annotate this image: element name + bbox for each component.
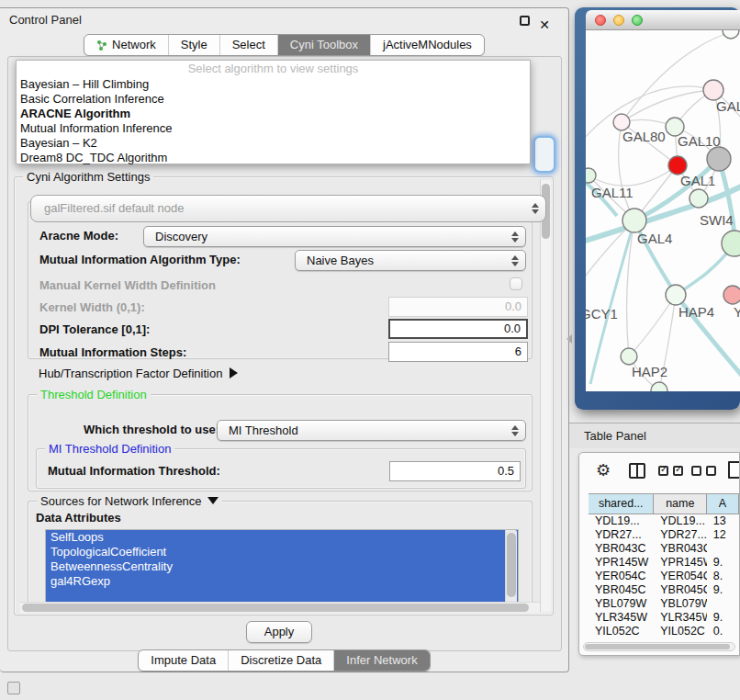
- float-panel-icon[interactable]: [520, 16, 530, 26]
- aracne-mode-value: Discovery: [155, 227, 207, 246]
- network-node-gal[interactable]: [703, 80, 723, 100]
- collapsed-panel-icon[interactable]: [7, 682, 20, 694]
- data-attributes-list[interactable]: SelfLoopsTopologicalCoefficientBetweenne…: [45, 529, 519, 606]
- table-cell: YBL079W: [654, 597, 707, 611]
- column-header[interactable]: A: [707, 494, 739, 514]
- tab-discretize-data[interactable]: Discretize Data: [228, 650, 333, 671]
- tab-label: jActiveMNodules: [383, 38, 472, 51]
- data-table-combobox[interactable]: galFiltered.sif default node: [30, 195, 546, 222]
- network-node[interactable]: [707, 147, 731, 171]
- network-node-gal11[interactable]: [586, 168, 596, 183]
- table-cell: YDL19...: [654, 514, 707, 528]
- select-all-checkbox-icon[interactable]: [673, 466, 683, 476]
- mi-algorithm-type-value: Naive Bayes: [307, 251, 374, 270]
- table-panel-title: Table Panel: [584, 429, 646, 443]
- data-attribute-item[interactable]: SelfLoops: [46, 530, 518, 545]
- table-row[interactable]: YBR043CYBR043C: [589, 542, 739, 556]
- network-node-gal4[interactable]: [622, 209, 646, 232]
- panel-divider-arrow-icon[interactable]: [566, 334, 572, 344]
- window-minimize-icon[interactable]: [613, 15, 624, 26]
- data-attribute-item[interactable]: gal4RGexp: [46, 574, 518, 589]
- which-threshold-combobox[interactable]: MI Threshold: [217, 420, 526, 441]
- select-all-checkbox-icon[interactable]: [658, 466, 668, 476]
- table-row[interactable]: YER054CYER054C8.: [589, 570, 739, 583]
- tab-impute-data[interactable]: Impute Data: [139, 650, 228, 671]
- settings-horizontal-scrollbar[interactable]: [20, 602, 540, 613]
- tab-network[interactable]: Network: [84, 35, 168, 55]
- tab-select[interactable]: Select: [219, 35, 277, 55]
- node-label: HAP4: [678, 304, 714, 320]
- expand-arrow-icon[interactable]: [230, 367, 238, 378]
- attribute-list-scrollbar-thumb[interactable]: [507, 533, 516, 597]
- sources-title[interactable]: Sources for Network Inference: [37, 494, 222, 508]
- deselect-all-checkbox-icon[interactable]: [706, 466, 716, 476]
- gear-icon[interactable]: ⚙: [596, 460, 611, 480]
- column-header[interactable]: shared...: [589, 494, 654, 514]
- algorithm-option[interactable]: Basic Correlation Inference: [17, 92, 530, 107]
- data-table-combobox-value: galFiltered.sif default node: [44, 201, 184, 215]
- network-view-window[interactable]: GALGAL80GAL10GAL1GAL11SWI4GAL4HAP4YGCY1H…: [575, 7, 740, 410]
- network-canvas[interactable]: GALGAL80GAL10GAL1GAL11SWI4GAL4HAP4YGCY1H…: [586, 30, 740, 391]
- mi-steps-field[interactable]: 6: [388, 342, 528, 362]
- table-row[interactable]: YLR345WYLR345W9.: [589, 611, 739, 625]
- table-row[interactable]: YBL079WYBL079W: [589, 597, 739, 611]
- which-threshold-value: MI Threshold: [229, 421, 298, 440]
- network-node-gal1[interactable]: [668, 156, 687, 175]
- column-header[interactable]: name: [654, 494, 707, 514]
- network-node-swi4[interactable]: [690, 189, 708, 208]
- deselect-all-checkbox-icon[interactable]: [691, 466, 701, 476]
- tab-infer-network[interactable]: Infer Network: [333, 650, 429, 671]
- data-attributes-label: Data Attributes: [36, 511, 121, 525]
- table-row[interactable]: YIL052CYIL052C0.: [589, 625, 739, 635]
- mi-steps-label: Mutual Information Steps:: [39, 345, 186, 359]
- node-label: GAL4: [637, 231, 672, 246]
- network-tab-icon: [96, 40, 107, 51]
- table-cell: YBR045C: [654, 583, 707, 597]
- mi-threshold-label: Mutual Information Threshold:: [48, 464, 220, 478]
- collapse-arrow-icon[interactable]: [207, 497, 219, 504]
- apply-button[interactable]: Apply: [246, 621, 312, 643]
- dpi-tolerance-field[interactable]: 0.0: [388, 319, 528, 339]
- manual-kernel-width-checkbox[interactable]: [510, 277, 522, 290]
- table-hscrollbar-thumb[interactable]: [585, 644, 730, 649]
- network-node[interactable]: [651, 382, 667, 391]
- table-row[interactable]: YDR27...YDR27...12: [589, 528, 739, 542]
- settings-vertical-scrollbar[interactable]: [540, 180, 551, 612]
- data-attribute-item[interactable]: TopologicalCoefficient: [46, 545, 518, 559]
- table-row[interactable]: YBR045CYBR045C9.: [589, 583, 739, 597]
- table-row[interactable]: YPR145WYPR145W9.: [589, 556, 739, 570]
- table-cell: YIL052C: [654, 625, 707, 635]
- network-node-hap4[interactable]: [666, 285, 686, 305]
- mi-threshold-field[interactable]: 0.5: [389, 461, 521, 481]
- algorithm-option[interactable]: Mutual Information Inference: [17, 121, 530, 136]
- aracne-mode-combobox[interactable]: Discovery: [143, 226, 526, 247]
- tab-cyni-toolbox[interactable]: Cyni Toolbox: [277, 35, 370, 55]
- export-table-icon[interactable]: [728, 461, 740, 479]
- hub-transcription-factor-section[interactable]: Hub/Transcription Factor Definition: [39, 367, 238, 380]
- threshold-definition-title: Threshold Definition: [37, 388, 151, 401]
- algorithm-option[interactable]: Dream8 DC_TDC Algorithm: [17, 151, 530, 165]
- network-window-titlebar[interactable]: [586, 10, 740, 30]
- settings-hscrollbar-thumb[interactable]: [22, 604, 529, 612]
- data-attribute-item[interactable]: BetweennessCentrality: [46, 559, 518, 574]
- mi-algorithm-type-combobox[interactable]: Naive Bayes: [295, 250, 526, 271]
- network-node-hap2[interactable]: [621, 348, 637, 365]
- tab-style[interactable]: Style: [168, 35, 219, 55]
- tab-label: Infer Network: [346, 653, 417, 667]
- column-layout-icon[interactable]: [629, 463, 645, 479]
- help-button[interactable]: [533, 136, 555, 173]
- tab-jactivemnodules[interactable]: jActiveMNodules: [370, 35, 484, 55]
- window-close-icon[interactable]: [595, 15, 606, 26]
- attribute-list-scrollbar[interactable]: [505, 530, 517, 605]
- table-row[interactable]: YDL19...YDL19...13: [589, 514, 739, 528]
- network-node-y[interactable]: [723, 286, 740, 304]
- window-zoom-icon[interactable]: [632, 15, 643, 26]
- algorithm-option[interactable]: ARACNE Algorithm: [17, 107, 530, 121]
- table-horizontal-scrollbar[interactable]: [583, 642, 735, 651]
- algorithm-option[interactable]: Bayesian – Hill Climbing: [17, 77, 530, 92]
- algorithm-option[interactable]: Bayesian – K2: [17, 136, 530, 151]
- table-header-row: shared...nameA: [589, 493, 739, 514]
- table-cell: YBL079W: [589, 597, 654, 611]
- network-node[interactable]: [722, 231, 740, 256]
- network-node[interactable]: [723, 30, 739, 39]
